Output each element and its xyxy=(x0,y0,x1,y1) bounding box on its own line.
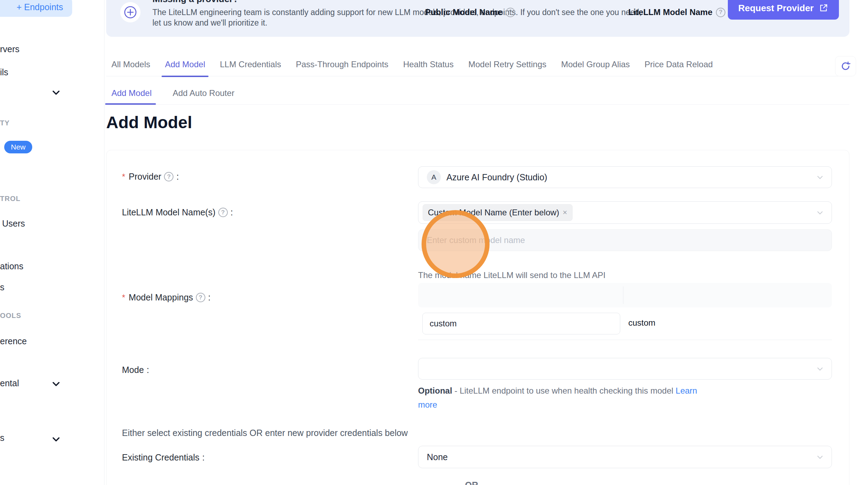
selected-model-tag-label: Custom Model Name (Enter below) xyxy=(428,208,559,217)
column-label: Public Model Name xyxy=(425,7,502,17)
subtab-add-model[interactable]: Add Model xyxy=(111,88,152,98)
tab-pass-through-endpoints[interactable]: Pass-Through Endpoints xyxy=(296,60,388,77)
colon: : xyxy=(231,207,233,217)
sidebar-item-ils[interactable]: ils xyxy=(0,67,8,77)
request-provider-label: Request Provider xyxy=(738,3,814,14)
mode-label: Mode : xyxy=(122,365,149,375)
mode-help-text: Optional - LiteLLM endpoint to use when … xyxy=(418,384,716,412)
chevron-down-icon[interactable] xyxy=(51,379,61,389)
mode-label-text: Mode xyxy=(122,365,144,375)
help-icon[interactable]: ? xyxy=(218,208,228,217)
sidebar-item-experimental[interactable]: ental xyxy=(0,378,19,388)
column-litellm-model-name: LiteLLM Model Name ? xyxy=(628,0,725,25)
plus-circle-icon xyxy=(120,2,141,22)
colon: : xyxy=(176,172,179,182)
mode-select[interactable] xyxy=(418,358,832,380)
chevron-down-icon[interactable] xyxy=(51,434,61,444)
help-icon[interactable]: ? xyxy=(716,8,725,17)
provider-value: Azure AI Foundry (Studio) xyxy=(446,172,547,182)
provider-select[interactable]: A Azure AI Foundry (Studio) xyxy=(418,166,832,188)
table-row-divider xyxy=(418,340,832,340)
chevron-down-icon xyxy=(816,365,824,373)
model-name-hint: The model name LiteLLM will send to the … xyxy=(418,270,606,280)
tab-price-data-reload[interactable]: Price Data Reload xyxy=(644,60,713,77)
model-mappings-label: * Model Mappings ? : xyxy=(122,292,211,303)
subtabs-divider xyxy=(105,104,849,105)
request-provider-button[interactable]: Request Provider xyxy=(728,0,839,20)
chevron-down-icon xyxy=(816,209,824,216)
refresh-button[interactable] xyxy=(835,56,856,76)
chevron-down-icon xyxy=(816,173,824,181)
provider-label: * Provider ? : xyxy=(122,172,179,182)
sidebar-item-servers[interactable]: rvers xyxy=(0,44,20,54)
sidebar-section-header: TROL xyxy=(0,195,20,203)
model-mappings-label-text: Model Mappings xyxy=(129,292,193,303)
tab-model-retry-settings[interactable]: Model Retry Settings xyxy=(468,60,546,77)
chevron-down-icon xyxy=(816,453,824,461)
column-divider xyxy=(623,286,623,304)
provider-avatar: A xyxy=(427,170,441,184)
chevron-down-icon[interactable] xyxy=(51,88,61,97)
required-asterisk: * xyxy=(122,293,125,303)
sidebar-item-organizations[interactable]: ations xyxy=(0,261,23,271)
selected-model-tag: Custom Model Name (Enter below) × xyxy=(423,204,573,221)
banner-body: The LiteLLM engineering team is constant… xyxy=(152,7,650,28)
existing-credentials-label-text: Existing Credentials xyxy=(122,452,199,463)
model-names-label: LiteLLM Model Name(s) ? : xyxy=(122,207,233,217)
column-label: LiteLLM Model Name xyxy=(628,7,712,17)
colon: : xyxy=(147,365,149,375)
close-icon[interactable]: × xyxy=(563,208,567,217)
column-public-model-name: Public Model Name ? xyxy=(425,0,515,25)
litellm-admin-screen: + Endpoints rvers ils TY New TROL Users … xyxy=(0,0,868,485)
sidebar-section-header: OOLS xyxy=(0,312,21,320)
sidebar: + Endpoints rvers ils TY New TROL Users … xyxy=(0,0,104,485)
refresh-icon xyxy=(840,61,851,71)
sidebar-item-settings[interactable]: s xyxy=(0,433,5,443)
sidebar-section-header: TY xyxy=(0,119,10,127)
external-link-icon xyxy=(819,3,828,13)
page-title: Add Model xyxy=(106,113,192,132)
optional-label: Optional xyxy=(418,386,452,395)
sidebar-item-teams[interactable]: s xyxy=(0,282,5,292)
mode-help-rest: - LiteLLM endpoint to use when health ch… xyxy=(454,386,673,395)
sidebar-item-users[interactable]: Users xyxy=(2,219,25,229)
model-names-label-text: LiteLLM Model Name(s) xyxy=(122,207,216,217)
tab-llm-credentials[interactable]: LLM Credentials xyxy=(220,60,281,77)
existing-credentials-select[interactable]: None xyxy=(418,446,832,468)
colon: : xyxy=(208,292,211,303)
banner-title: Missing a provider? xyxy=(152,0,239,5)
public-model-name-input[interactable] xyxy=(422,313,620,334)
tab-health-status[interactable]: Health Status xyxy=(403,60,453,77)
or-divider: OR xyxy=(465,480,478,485)
provider-label-text: Provider xyxy=(129,172,161,182)
tab-model-group-alias[interactable]: Model Group Alias xyxy=(561,60,630,77)
sidebar-item-label: + Endpoints xyxy=(16,2,63,12)
subtab-add-auto-router[interactable]: Add Auto Router xyxy=(173,88,234,98)
required-asterisk: * xyxy=(122,172,125,182)
help-icon[interactable]: ? xyxy=(164,172,173,181)
existing-credentials-value: None xyxy=(427,452,448,462)
colon: : xyxy=(202,452,205,463)
credentials-note: Either select existing credentials OR en… xyxy=(122,428,408,438)
tab-add-model[interactable]: Add Model xyxy=(165,60,205,77)
existing-credentials-label: Existing Credentials : xyxy=(122,452,205,463)
mappings-table-header xyxy=(418,283,832,307)
custom-model-name-input[interactable] xyxy=(418,229,832,251)
active-subtab-underline xyxy=(105,103,156,105)
litellm-model-name-value: custom xyxy=(628,318,655,328)
help-icon[interactable]: ? xyxy=(506,8,515,17)
help-icon[interactable]: ? xyxy=(196,293,205,302)
sidebar-item-inference[interactable]: erence xyxy=(0,336,27,346)
add-model-subtabs: Add Model Add Auto Router xyxy=(111,88,234,98)
tab-all-models[interactable]: All Models xyxy=(111,60,150,77)
new-badge[interactable]: New xyxy=(4,141,32,153)
model-names-multiselect[interactable]: Custom Model Name (Enter below) × xyxy=(418,201,832,224)
model-tabs: All Models Add Model LLM Credentials Pas… xyxy=(111,60,713,77)
sidebar-item-models-endpoints[interactable]: + Endpoints xyxy=(0,0,72,17)
